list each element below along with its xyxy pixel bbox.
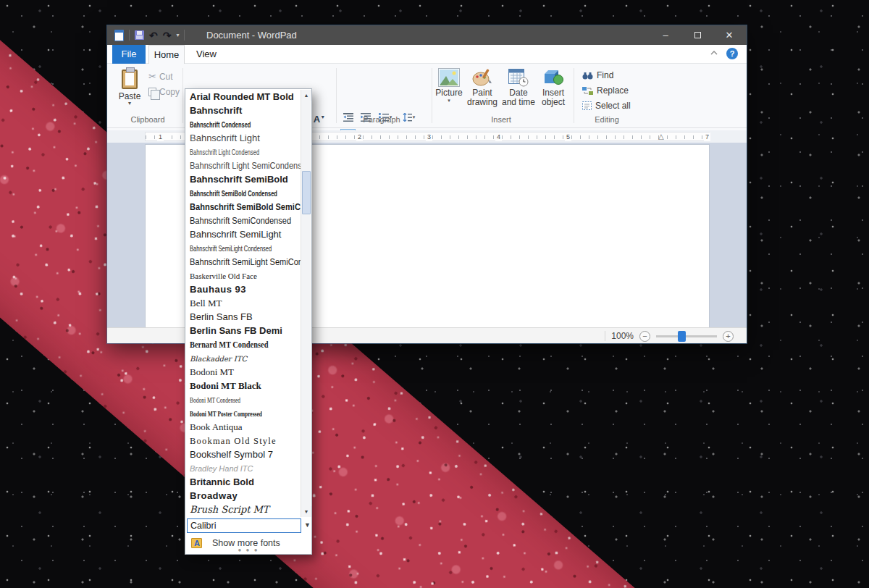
font-list-item[interactable]: Bahnschrift Light <box>186 131 301 145</box>
font-list-item[interactable]: Bahnschrift SemiBold <box>186 172 301 186</box>
tab-view[interactable]: View <box>188 45 225 64</box>
cut-button[interactable]: ✂ Cut <box>148 71 173 82</box>
font-list-item[interactable]: Bodoni MT Black <box>186 379 301 392</box>
clipboard-group-label: Clipboard <box>114 115 181 124</box>
font-list-item[interactable]: Book Antiqua <box>186 420 301 434</box>
tab-file[interactable]: File <box>112 45 146 64</box>
font-list-item[interactable]: Bahnschrift SemiBold SemiCondensed <box>186 200 301 214</box>
divider <box>129 30 130 41</box>
scroll-down-icon[interactable]: ▼ <box>301 506 311 517</box>
font-list-item[interactable]: Bodoni MT Condensed <box>186 392 301 406</box>
font-list-item[interactable]: Bahnschrift SemiLight <box>186 227 301 241</box>
scroll-up-icon[interactable]: ▲ <box>301 90 311 101</box>
find-label: Find <box>597 70 613 80</box>
font-list-item[interactable]: Bahnschrift Light Condensed <box>186 145 301 159</box>
zoom-slider-thumb[interactable] <box>678 331 686 342</box>
font-list-scrollbar[interactable]: ▲ ▼ <box>301 90 311 517</box>
font-list-item[interactable]: Berlin Sans FB <box>186 310 301 324</box>
font-list-item[interactable]: Bodoni MT Poster Compressed <box>186 406 301 420</box>
paste-button[interactable]: Paste ▾ <box>114 68 145 113</box>
paint-drawing-label: Paint drawing <box>466 88 498 107</box>
divider <box>605 331 605 341</box>
font-list-item[interactable]: Berlin Sans FB Demi <box>186 324 301 337</box>
undo-icon[interactable]: ↶ <box>149 30 158 41</box>
fonts-folder-icon <box>191 538 202 548</box>
close-button[interactable]: ✕ <box>713 25 745 45</box>
font-list-item[interactable]: Arial Rounded MT Bold <box>186 90 301 104</box>
divider <box>432 68 432 123</box>
insert-picture-button[interactable]: Picture ▾ <box>434 68 463 104</box>
font-list-item[interactable]: Bahnschrift SemiLight SemiCondensed <box>186 255 301 269</box>
font-list-item[interactable]: Bodoni MT <box>186 365 301 379</box>
maximize-button[interactable] <box>681 25 713 45</box>
window-title: Document - WordPad <box>206 25 297 45</box>
font-list-item[interactable]: Bahnschrift <box>186 104 301 117</box>
date-and-time-button[interactable]: Date and time <box>501 68 536 107</box>
find-button[interactable]: Find <box>582 70 613 80</box>
font-list-item[interactable]: Britannic Bold <box>186 475 301 489</box>
font-dropdown: Arial Rounded MT BoldBahnschriftBahnschr… <box>185 88 312 555</box>
ruler-number: 2 <box>356 133 363 141</box>
font-list-item[interactable]: Bookshelf Symbol 7 <box>186 448 301 461</box>
paint-palette-icon <box>472 68 492 87</box>
paint-drawing-button[interactable]: Paint drawing <box>466 68 498 107</box>
zoom-level: 100% <box>611 331 634 341</box>
select-all-button[interactable]: Select all <box>582 101 631 111</box>
font-list-item[interactable]: Bahnschrift SemiLight Condensed <box>186 241 301 255</box>
font-list-item[interactable]: Bahnschrift SemiCondensed <box>186 214 301 227</box>
font-search-row: ▼ <box>185 518 313 534</box>
insert-picture-label: Picture <box>434 88 463 98</box>
chevron-down-icon: ▾ <box>434 98 463 104</box>
font-list-item[interactable]: Bahnschrift SemiBold Condensed <box>186 186 301 200</box>
insert-group-label: Insert <box>434 115 568 124</box>
copy-button[interactable]: Copy <box>148 87 180 97</box>
save-icon[interactable] <box>135 30 144 40</box>
zoom-slider[interactable] <box>656 335 717 337</box>
cut-label: Cut <box>159 72 173 82</box>
help-icon[interactable]: ? <box>726 48 738 59</box>
font-list-item[interactable]: Bookman Old Style <box>186 434 301 448</box>
ribbon-tab-row: File Home View ? <box>107 45 747 64</box>
binoculars-icon <box>582 72 593 80</box>
copy-icon <box>148 88 156 96</box>
ruler-number: 7 <box>704 133 710 141</box>
object-cube-icon <box>543 68 563 87</box>
font-search-input[interactable] <box>187 518 301 533</box>
customize-toolbar-icon[interactable]: ▾ <box>176 32 179 38</box>
zoom-out-button[interactable]: − <box>639 331 650 342</box>
font-list-item[interactable]: Baskerville Old Face <box>186 269 301 282</box>
redo-icon[interactable]: ↷ <box>163 30 172 41</box>
quick-access-toolbar: ↶ ↷ ▾ <box>114 25 185 45</box>
chevron-down-icon[interactable]: ▼ <box>304 521 311 529</box>
scrollbar-thumb[interactable] <box>302 171 311 214</box>
font-list-item[interactable]: Bahnschrift Condensed <box>186 117 301 131</box>
font-list-item[interactable]: Blackadder ITC <box>186 351 301 365</box>
minimize-button[interactable]: – <box>650 25 681 45</box>
cut-icon: ✂ <box>148 71 156 82</box>
desktop: { "titlebar": { "title": "Document - Wor… <box>0 0 869 588</box>
collapse-ribbon-icon[interactable] <box>710 51 718 55</box>
zoom-in-button[interactable]: + <box>723 331 734 342</box>
replace-icon <box>582 87 593 95</box>
insert-object-button[interactable]: Insert object <box>539 68 568 107</box>
shrink-font-button[interactable]: A▼ <box>311 110 327 125</box>
divider <box>184 30 185 41</box>
indent-marker-icon[interactable]: △ <box>658 132 664 141</box>
replace-label: Replace <box>597 85 629 96</box>
font-list-item[interactable]: Bradley Hand ITC <box>186 461 301 475</box>
font-list-item[interactable]: Bell MT <box>186 296 301 310</box>
ruler-number: 4 <box>495 133 502 141</box>
replace-button[interactable]: Replace <box>582 85 629 96</box>
ruler-number: 3 <box>426 133 432 141</box>
tab-home[interactable]: Home <box>148 45 185 64</box>
divider <box>336 68 337 123</box>
select-all-icon <box>582 101 592 110</box>
font-list-item[interactable]: Bauhaus 93 <box>186 282 301 296</box>
divider <box>182 68 183 123</box>
font-list-item[interactable]: Brush Script MT <box>186 503 301 516</box>
font-list-item[interactable]: Bahnschrift Light SemiCondensed <box>186 159 301 172</box>
font-list-item[interactable]: Bernard MT Condensed <box>186 337 301 351</box>
font-list-item[interactable]: Broadway <box>186 489 301 503</box>
dropdown-resize-grip[interactable]: ● ● ● <box>185 548 311 553</box>
editing-group-label: Editing <box>571 115 643 124</box>
